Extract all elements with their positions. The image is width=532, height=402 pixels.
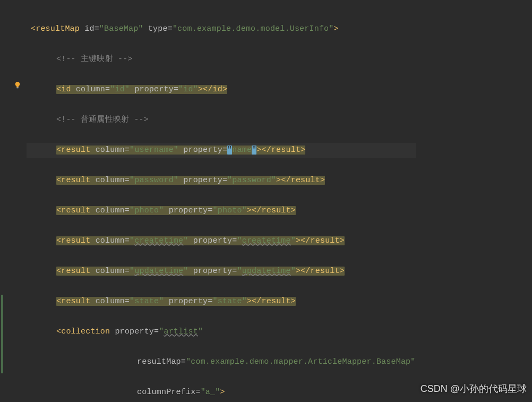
code-line: <result column="createtime" property="cr…	[27, 234, 416, 249]
code-line: <result column="password" property="pass…	[27, 173, 416, 189]
code-line: <id column="id" property="id"></id>	[27, 82, 416, 98]
code-line: <!-- 主键映射 -->	[27, 52, 416, 67]
code-line: columnPrefix="a_">	[27, 385, 416, 400]
code-line: <result column="updatetime" property="up…	[27, 264, 416, 279]
change-marker	[1, 295, 3, 373]
code-line: <resultMap id="BaseMap" type="com.exampl…	[27, 22, 416, 37]
code-line-active: <result column="username" property="name…	[27, 143, 416, 158]
editor-gutter	[0, 0, 25, 402]
code-line: <collection property="artlist"	[27, 324, 416, 340]
code-editor[interactable]: <resultMap id="BaseMap" type="com.exampl…	[27, 6, 416, 402]
code-line: <!-- 普通属性映射 -->	[27, 113, 416, 128]
lightbulb-icon[interactable]	[14, 81, 21, 89]
code-line: resultMap="com.example.demo.mapper.Artic…	[27, 355, 416, 370]
watermark-text: CSDN @小孙的代码星球	[421, 380, 527, 398]
code-line: <result column="state" property="state">…	[27, 294, 416, 310]
code-line: <result column="photo" property="photo">…	[27, 203, 416, 219]
svg-rect-0	[16, 87, 19, 88]
